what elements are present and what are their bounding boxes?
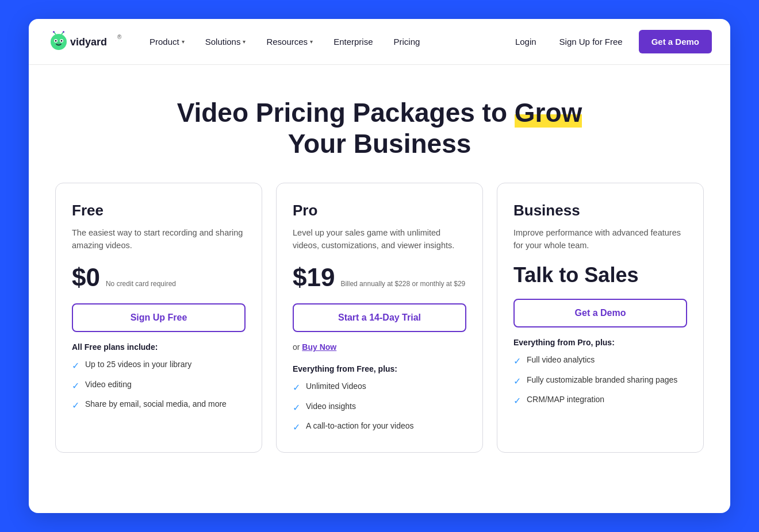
chevron-down-icon: ▾ (182, 38, 185, 45)
hero-headline: Video Pricing Packages to Grow Your Busi… (47, 97, 712, 160)
list-item: ✓ Up to 25 videos in your library (72, 358, 246, 372)
nav-product[interactable]: Product ▾ (140, 32, 194, 51)
buy-now-link[interactable]: Buy Now (302, 342, 336, 352)
check-icon: ✓ (513, 375, 521, 388)
features-label-free: All Free plans include: (72, 342, 246, 352)
nav-right: Login Sign Up for Free Get a Demo (508, 30, 712, 53)
pricing-cards: Free The easiest way to start recording … (29, 183, 730, 481)
svg-point-0 (51, 34, 67, 50)
check-icon: ✓ (72, 399, 79, 412)
list-item: ✓ Video editing (72, 379, 246, 392)
price-amount-pro: $19 (293, 263, 335, 292)
business-cta-button[interactable]: Get a Demo (513, 299, 687, 327)
plan-card-business: Business Improve performance with advanc… (497, 183, 704, 453)
feature-list-business: ✓ Full video analytics ✓ Fully customiza… (513, 354, 687, 407)
check-icon: ✓ (293, 421, 300, 434)
plan-desc-business: Improve performance with advanced featur… (513, 226, 687, 252)
chevron-down-icon: ▾ (310, 38, 313, 45)
hero-section: Video Pricing Packages to Grow Your Busi… (29, 65, 730, 183)
price-talk-to-sales: Talk to Sales (513, 263, 687, 287)
signup-link[interactable]: Sign Up for Free (553, 32, 630, 51)
check-icon: ✓ (513, 354, 521, 368)
feature-list-pro: ✓ Unlimited Videos ✓ Video insights ✓ A … (293, 380, 466, 434)
list-item: ✓ A call-to-action for your videos (293, 420, 466, 434)
svg-text:®: ® (117, 34, 122, 40)
main-container: vidyard ® Product ▾ Solutions ▾ Resource… (29, 19, 730, 513)
list-item: ✓ CRM/MAP integration (513, 394, 687, 407)
list-item: ✓ Video insights (293, 400, 466, 414)
plan-card-pro: Pro Level up your sales game with unlimi… (276, 183, 483, 453)
svg-point-3 (55, 40, 57, 41)
nav-pricing[interactable]: Pricing (385, 32, 430, 51)
features-label-business: Everything from Pro, plus: (513, 338, 687, 347)
svg-point-7 (53, 31, 55, 33)
price-row-pro: $19 Billed annually at $228 or monthly a… (293, 263, 466, 292)
navigation: vidyard ® Product ▾ Solutions ▾ Resource… (29, 19, 730, 65)
plan-desc-pro: Level up your sales game with unlimited … (293, 226, 466, 252)
check-icon: ✓ (293, 381, 300, 394)
list-item: ✓ Share by email, social media, and more (72, 398, 246, 412)
plan-title-pro: Pro (293, 202, 466, 219)
list-item: ✓ Unlimited Videos (293, 380, 466, 394)
get-demo-button[interactable]: Get a Demo (639, 30, 712, 53)
check-icon: ✓ (72, 379, 79, 392)
price-note-pro: Billed annually at $228 or monthly at $2… (340, 279, 465, 289)
chevron-down-icon: ▾ (243, 38, 246, 45)
svg-point-9 (63, 31, 64, 33)
check-icon: ✓ (513, 394, 521, 407)
price-amount-free: $0 (72, 263, 100, 292)
plan-title-free: Free (72, 202, 246, 219)
list-item: ✓ Full video analytics (513, 354, 687, 368)
nav-resources[interactable]: Resources ▾ (257, 32, 322, 51)
free-cta-button[interactable]: Sign Up Free (72, 303, 246, 332)
logo[interactable]: vidyard ® (47, 30, 122, 53)
login-link[interactable]: Login (508, 32, 543, 51)
svg-text:vidyard: vidyard (70, 36, 107, 48)
svg-point-4 (61, 40, 63, 41)
check-icon: ✓ (293, 401, 300, 414)
nav-solutions[interactable]: Solutions ▾ (196, 32, 255, 51)
plan-title-business: Business (513, 202, 687, 219)
pro-cta-button[interactable]: Start a 14-Day Trial (293, 303, 466, 332)
feature-list-free: ✓ Up to 25 videos in your library ✓ Vide… (72, 358, 246, 412)
nav-enterprise[interactable]: Enterprise (324, 32, 382, 51)
highlighted-word: Grow (515, 98, 582, 128)
price-note-free: No credit card required (106, 279, 176, 289)
features-label-pro: Everything from Free, plus: (293, 364, 466, 373)
plan-desc-free: The easiest way to start recording and s… (72, 226, 246, 252)
nav-links: Product ▾ Solutions ▾ Resources ▾ Enterp… (140, 32, 508, 51)
buy-now-row: or Buy Now (293, 342, 466, 352)
price-row-free: $0 No credit card required (72, 263, 246, 292)
check-icon: ✓ (72, 359, 79, 372)
list-item: ✓ Fully customizable branded sharing pag… (513, 374, 687, 388)
plan-card-free: Free The easiest way to start recording … (55, 183, 262, 453)
